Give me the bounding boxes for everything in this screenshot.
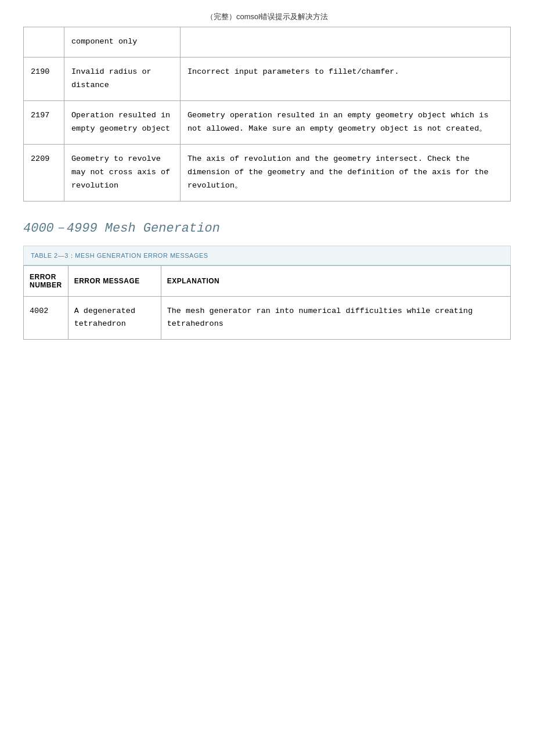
- col-header-number: ERRORNUMBER: [24, 265, 68, 296]
- row-explanation: [181, 27, 511, 57]
- row-message: Operation resulted in empty geometry obj…: [64, 100, 181, 144]
- row-explanation: Geometry operation resulted in an empty …: [181, 100, 511, 144]
- row-message: Invalid radius or distance: [64, 57, 181, 100]
- row-number: 4002: [24, 296, 68, 340]
- row-message: A degenerated tetrahedron: [68, 296, 161, 340]
- table-row: component only: [24, 27, 511, 57]
- table-row: 2209 Geometry to revolve may not cross a…: [24, 144, 511, 201]
- row-message: component only: [64, 27, 181, 57]
- table-label-box: TABLE 2—3：MESH GENERATION ERROR MESSAGES: [23, 246, 511, 265]
- col-header-explanation: EXPLANATION: [161, 265, 510, 296]
- row-number: 2190: [24, 57, 64, 100]
- table-header-row: ERRORNUMBER ERROR MESSAGE EXPLANATION: [24, 265, 511, 296]
- row-message: Geometry to revolve may not cross axis o…: [64, 144, 181, 201]
- section-heading: 4000－4999 Mesh Generation: [23, 219, 511, 236]
- page-title: （完整）comsol错误提示及解决方法: [23, 12, 511, 22]
- col-header-message: ERROR MESSAGE: [68, 265, 161, 296]
- table-label: TABLE 2—3：MESH GENERATION ERROR MESSAGES: [31, 252, 208, 259]
- table-row: 2190 Invalid radius or distance Incorrec…: [24, 57, 511, 100]
- row-number: 2209: [24, 144, 64, 201]
- table-row: 4002 A degenerated tetrahedron The mesh …: [24, 296, 511, 340]
- row-explanation: Incorrect input parameters to fillet/cha…: [181, 57, 511, 100]
- row-explanation: The axis of revolution and the geometry …: [181, 144, 511, 201]
- error-table-top: component only 2190 Invalid radius or di…: [23, 27, 511, 201]
- table-row: 2197 Operation resulted in empty geometr…: [24, 100, 511, 144]
- row-number: 2197: [24, 100, 64, 144]
- row-explanation: The mesh generator ran into numerical di…: [161, 296, 510, 340]
- row-number: [24, 27, 64, 57]
- mesh-error-table: ERRORNUMBER ERROR MESSAGE EXPLANATION 40…: [23, 265, 511, 340]
